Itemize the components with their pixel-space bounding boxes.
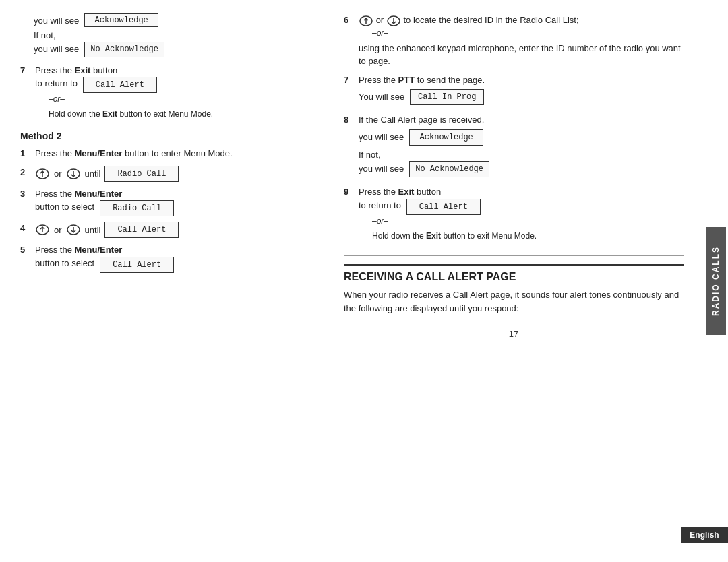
step7-content: Press the Exit button to return to Call … [35, 64, 330, 126]
method2-heading: Method 2 [20, 131, 330, 142]
method2-step5: 5 Press the Menu/Enter button to select … [20, 243, 330, 273]
screen-acknowledge-top: Acknowledge [84, 13, 158, 27]
step9-right: 9 Press the Exit button to return to Cal… [344, 185, 684, 247]
step6-number: 6 [344, 13, 356, 27]
step7-return: to return to [35, 77, 78, 90]
step9-number: 9 [344, 185, 356, 199]
step7-press: Press the [35, 65, 75, 75]
step8-you-will-see: you will see Acknowledge [359, 129, 684, 146]
step6-extra: using the enhanced keypad microphone, en… [359, 42, 684, 68]
you-will-see-label2: you will see [34, 43, 79, 55]
step4-icons: or until Call Alert [35, 222, 330, 238]
page-wrapper: you will see Acknowledge If not, you wil… [0, 0, 728, 562]
you-will-see-label: you will see [34, 15, 79, 26]
step7-text: Press the Exit button [35, 64, 330, 77]
down-arrow-icon3 [386, 15, 401, 27]
step6-text: or to locate the desired ID in the Radio… [359, 13, 684, 27]
receiving-section: RECEIVING A CALL ALERT PAGE When your ra… [344, 264, 684, 315]
screen-call-alert-step7: Call Alert [83, 77, 157, 93]
method2-step2: 2 or [20, 166, 330, 182]
left-column: you will see Acknowledge If not, you wil… [20, 13, 330, 549]
step6-content: or to locate the desired ID in the Radio… [359, 13, 684, 68]
intro-section: you will see Acknowledge If not, you wil… [20, 13, 330, 57]
step2-number: 2 [20, 166, 32, 179]
step7-button: button [90, 65, 117, 75]
step4-content: or until Call Alert [35, 222, 330, 238]
receiving-text: When your radio receives a Call Alert pa… [344, 288, 684, 315]
step8-right: 8 If the Call Alert page is received, yo… [344, 113, 684, 180]
screen-call-alert-step4: Call Alert [104, 222, 179, 238]
step8-content: If the Call Alert page is received, you … [359, 113, 684, 180]
step9-hold-note: Hold down the Exit button to exit Menu M… [372, 230, 684, 242]
step2-until: until [85, 167, 101, 181]
screen-no-acknowledge-top: No Acknowledge [84, 42, 164, 57]
receiving-heading: RECEIVING A CALL ALERT PAGE [344, 264, 684, 283]
method2-step1: 1 Press the Menu/Enter button to enter M… [20, 147, 330, 160]
intro-no-acknowledge-row: you will see No Acknowledge [34, 42, 330, 57]
screen-call-alert-step9: Call Alert [406, 199, 481, 215]
down-arrow-icon2 [66, 224, 81, 236]
screen-call-alert-step5: Call Alert [100, 257, 174, 273]
if-not-block: If not, you will see No Acknowledge [34, 30, 330, 57]
step7-number: 7 [20, 64, 32, 77]
intro-acknowledge-row: you will see Acknowledge [34, 13, 330, 27]
screen-acknowledge-step8: Acknowledge [409, 129, 483, 146]
step2-content: or until Radio Call [35, 166, 330, 182]
step8-number: 8 [344, 113, 356, 127]
screen-radio-call-step2: Radio Call [104, 166, 179, 182]
page-number: 17 [344, 329, 684, 339]
step7r-number: 7 [344, 73, 356, 87]
step3-number: 3 [20, 187, 32, 201]
step8-if-not: If not, [359, 148, 684, 162]
down-arrow-icon [66, 168, 81, 180]
step1-content: Press the Menu/Enter button to enter Men… [35, 147, 330, 160]
step7r-content: Press the PTT to send the page. You will… [359, 73, 684, 108]
english-tab: English [681, 527, 728, 543]
section-divider [344, 255, 684, 256]
step6-right: 6 or to loc [344, 13, 684, 68]
if-not-label: If not, [34, 30, 56, 40]
step1-number: 1 [20, 147, 32, 160]
step7-or-line: –or– [49, 93, 330, 105]
radio-calls-tab: RADIO CALLS [706, 227, 726, 335]
step7r-you-will-see: You will see Call In Prog [359, 89, 684, 105]
main-content: you will see Acknowledge If not, you wil… [0, 0, 704, 562]
step7-inline: to return to Call Alert [35, 77, 330, 93]
up-arrow-icon2 [35, 224, 50, 236]
screen-call-in-prog: Call In Prog [410, 89, 484, 105]
step5-number: 5 [20, 243, 32, 257]
step2-icons: or until Radio Call [35, 166, 330, 182]
step4-or: or [54, 224, 62, 237]
step5-content: Press the Menu/Enter button to select Ca… [35, 243, 330, 273]
step7-left: 7 Press the Exit button to return to Cal… [20, 64, 330, 126]
screen-no-acknowledge-step8: No Acknowledge [409, 161, 489, 177]
screen-radio-call-step3: Radio Call [100, 200, 174, 216]
method2-step3: 3 Press the Menu/Enter button to select … [20, 187, 330, 217]
method2-step4: 4 or [20, 222, 330, 238]
step7-exit-bold: Exit [75, 65, 91, 75]
method2-section: Method 2 1 Press the Menu/Enter button t… [20, 131, 330, 273]
step3-content: Press the Menu/Enter button to select Ra… [35, 187, 330, 217]
step8-no-acknowledge-row: you will see No Acknowledge [359, 161, 684, 177]
up-arrow-icon3 [359, 15, 373, 27]
up-arrow-icon [35, 168, 50, 180]
right-column: 6 or to loc [344, 13, 684, 549]
step4-number: 4 [20, 222, 32, 235]
step7-hold-note: Hold down the Exit button to exit Menu M… [49, 108, 330, 120]
step4-until: until [85, 224, 101, 237]
step9-content: Press the Exit button to return to Call … [359, 185, 684, 247]
step7-right: 7 Press the PTT to send the page. You wi… [344, 73, 684, 108]
right-tab-container: RADIO CALLS [704, 0, 728, 562]
step2-or: or [54, 167, 62, 181]
